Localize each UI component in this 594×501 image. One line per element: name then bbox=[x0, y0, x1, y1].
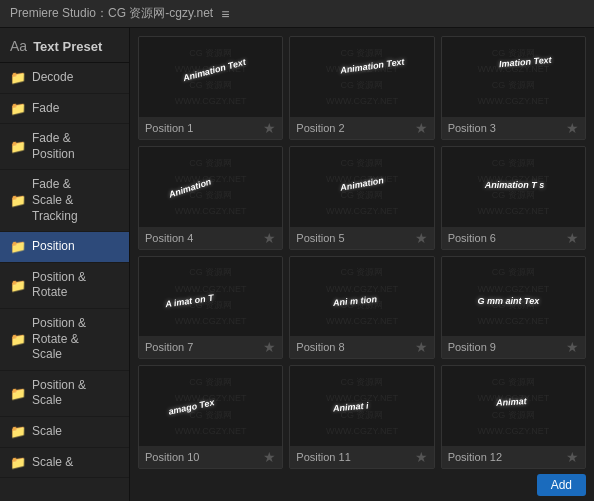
star-icon-2[interactable]: ★ bbox=[415, 120, 428, 136]
sidebar-item-decode[interactable]: 📁 Decode bbox=[0, 63, 129, 94]
sidebar-item-label: Fade bbox=[32, 101, 59, 117]
grid-item-label-8: Position 8 bbox=[296, 341, 344, 353]
star-icon-6[interactable]: ★ bbox=[566, 230, 579, 246]
anim-text-10: amago Tex bbox=[167, 398, 215, 417]
star-icon-10[interactable]: ★ bbox=[263, 449, 276, 465]
folder-icon: 📁 bbox=[10, 101, 26, 116]
grid-item-label-4: Position 4 bbox=[145, 232, 193, 244]
folder-icon: 📁 bbox=[10, 278, 26, 293]
grid-container: CG 资源网WWW.CGZY.NETCG 资源网WWW.CGZY.NET Ani… bbox=[138, 36, 586, 469]
star-icon-4[interactable]: ★ bbox=[263, 230, 276, 246]
sidebar-item-label: Position &Rotate &Scale bbox=[32, 316, 86, 363]
grid-item-1[interactable]: CG 资源网WWW.CGZY.NETCG 资源网WWW.CGZY.NET Ani… bbox=[138, 36, 283, 140]
grid-item-preview-8: CG 资源网WWW.CGZY.NETCG 资源网WWW.CGZY.NET Ani… bbox=[290, 257, 433, 337]
sidebar-item-scale-more[interactable]: 📁 Scale & bbox=[0, 448, 129, 479]
grid-item-5[interactable]: CG 资源网WWW.CGZY.NETCG 资源网WWW.CGZY.NET Ani… bbox=[289, 146, 434, 250]
grid-item-footer-4: Position 4 ★ bbox=[139, 227, 282, 249]
grid-item-label-2: Position 2 bbox=[296, 122, 344, 134]
folder-icon: 📁 bbox=[10, 70, 26, 85]
sidebar-item-fade[interactable]: 📁 Fade bbox=[0, 94, 129, 125]
grid-item-footer-12: Position 12 ★ bbox=[442, 446, 585, 468]
sidebar-item-position-scale[interactable]: 📁 Position &Scale bbox=[0, 371, 129, 417]
grid-item-label-10: Position 10 bbox=[145, 451, 199, 463]
sidebar-item-label: Position &Scale bbox=[32, 378, 86, 409]
anim-text-1: Animation Text bbox=[182, 57, 247, 83]
grid-item-footer-11: Position 11 ★ bbox=[290, 446, 433, 468]
folder-icon: 📁 bbox=[10, 239, 26, 254]
grid-item-preview-9: CG 资源网WWW.CGZY.NETCG 资源网WWW.CGZY.NET G m… bbox=[442, 257, 585, 337]
grid-item-12[interactable]: CG 资源网WWW.CGZY.NETCG 资源网WWW.CGZY.NET Ani… bbox=[441, 365, 586, 469]
sidebar-item-label: Fade &Scale &Tracking bbox=[32, 177, 78, 224]
sidebar-item-fade-position[interactable]: 📁 Fade &Position bbox=[0, 124, 129, 170]
grid-item-footer-6: Position 6 ★ bbox=[442, 227, 585, 249]
grid-item-preview-3: CG 资源网WWW.CGZY.NETCG 资源网WWW.CGZY.NET Ima… bbox=[442, 37, 585, 117]
star-icon-12[interactable]: ★ bbox=[566, 449, 579, 465]
sidebar-item-label: Scale bbox=[32, 424, 62, 440]
sidebar-item-fade-scale-tracking[interactable]: 📁 Fade &Scale &Tracking bbox=[0, 170, 129, 232]
folder-icon: 📁 bbox=[10, 193, 26, 208]
grid-item-preview-11: CG 资源网WWW.CGZY.NETCG 资源网WWW.CGZY.NET Ani… bbox=[290, 366, 433, 446]
grid-item-3[interactable]: CG 资源网WWW.CGZY.NETCG 资源网WWW.CGZY.NET Ima… bbox=[441, 36, 586, 140]
sidebar-item-position-rotate[interactable]: 📁 Position &Rotate bbox=[0, 263, 129, 309]
sidebar-item-label: Position &Rotate bbox=[32, 270, 86, 301]
grid-item-footer-1: Position 1 ★ bbox=[139, 117, 282, 139]
star-icon-1[interactable]: ★ bbox=[263, 120, 276, 136]
grid-item-label-6: Position 6 bbox=[448, 232, 496, 244]
star-icon-11[interactable]: ★ bbox=[415, 449, 428, 465]
grid-item-8[interactable]: CG 资源网WWW.CGZY.NETCG 资源网WWW.CGZY.NET Ani… bbox=[289, 256, 434, 360]
star-icon-7[interactable]: ★ bbox=[263, 339, 276, 355]
grid-item-preview-6: CG 资源网WWW.CGZY.NETCG 资源网WWW.CGZY.NET Ani… bbox=[442, 147, 585, 227]
grid-item-10[interactable]: CG 资源网WWW.CGZY.NETCG 资源网WWW.CGZY.NET ama… bbox=[138, 365, 283, 469]
grid-item-label-5: Position 5 bbox=[296, 232, 344, 244]
folder-icon: 📁 bbox=[10, 386, 26, 401]
grid-item-footer-8: Position 8 ★ bbox=[290, 336, 433, 358]
grid-item-preview-2: CG 资源网WWW.CGZY.NETCG 资源网WWW.CGZY.NET Ani… bbox=[290, 37, 433, 117]
grid-item-preview-12: CG 资源网WWW.CGZY.NETCG 资源网WWW.CGZY.NET Ani… bbox=[442, 366, 585, 446]
anim-text-4: Animation bbox=[167, 176, 212, 199]
grid-item-preview-4: CG 资源网WWW.CGZY.NETCG 资源网WWW.CGZY.NET Ani… bbox=[139, 147, 282, 227]
grid-item-footer-3: Position 3 ★ bbox=[442, 117, 585, 139]
grid-item-6[interactable]: CG 资源网WWW.CGZY.NETCG 资源网WWW.CGZY.NET Ani… bbox=[441, 146, 586, 250]
sidebar-item-scale[interactable]: 📁 Scale bbox=[0, 417, 129, 448]
grid-item-preview-10: CG 资源网WWW.CGZY.NETCG 资源网WWW.CGZY.NET ama… bbox=[139, 366, 282, 446]
top-bar: Premiere Studio：CG 资源网-cgzy.net ≡ bbox=[0, 0, 594, 28]
grid-item-2[interactable]: CG 资源网WWW.CGZY.NETCG 资源网WWW.CGZY.NET Ani… bbox=[289, 36, 434, 140]
anim-text-7: A imat on T bbox=[164, 293, 214, 310]
grid-item-label-7: Position 7 bbox=[145, 341, 193, 353]
star-icon-5[interactable]: ★ bbox=[415, 230, 428, 246]
grid-item-label-11: Position 11 bbox=[296, 451, 350, 463]
top-bar-title: Premiere Studio：CG 资源网-cgzy.net bbox=[10, 5, 213, 22]
watermark: CG 资源网WWW.CGZY.NETCG 资源网WWW.CGZY.NET bbox=[442, 45, 585, 110]
sidebar-item-position-rotate-scale[interactable]: 📁 Position &Rotate &Scale bbox=[0, 309, 129, 371]
folder-icon: 📁 bbox=[10, 455, 26, 470]
grid-item-4[interactable]: CG 资源网WWW.CGZY.NETCG 资源网WWW.CGZY.NET Ani… bbox=[138, 146, 283, 250]
sidebar-header: Aa Text Preset bbox=[0, 28, 129, 63]
anim-text-9: G mm aint Tex bbox=[477, 296, 539, 306]
grid-item-label-3: Position 3 bbox=[448, 122, 496, 134]
star-icon-8[interactable]: ★ bbox=[415, 339, 428, 355]
anim-text-3: Imation Text bbox=[499, 55, 552, 70]
grid-item-label-12: Position 12 bbox=[448, 451, 502, 463]
grid-item-footer-5: Position 5 ★ bbox=[290, 227, 433, 249]
grid-item-footer-9: Position 9 ★ bbox=[442, 336, 585, 358]
grid-item-preview-7: CG 资源网WWW.CGZY.NETCG 资源网WWW.CGZY.NET A i… bbox=[139, 257, 282, 337]
star-icon-9[interactable]: ★ bbox=[566, 339, 579, 355]
add-button[interactable]: Add bbox=[537, 474, 586, 496]
sidebar-item-label: Scale & bbox=[32, 455, 73, 471]
grid-item-footer-7: Position 7 ★ bbox=[139, 336, 282, 358]
sidebar: Aa Text Preset 📁 Decode 📁 Fade 📁 Fade &P… bbox=[0, 28, 130, 501]
main-layout: Aa Text Preset 📁 Decode 📁 Fade 📁 Fade &P… bbox=[0, 28, 594, 501]
grid-item-9[interactable]: CG 资源网WWW.CGZY.NETCG 资源网WWW.CGZY.NET G m… bbox=[441, 256, 586, 360]
star-icon-3[interactable]: ★ bbox=[566, 120, 579, 136]
sidebar-item-position[interactable]: 📁 Position bbox=[0, 232, 129, 263]
anim-text-6: Animation T s bbox=[485, 180, 545, 190]
menu-icon[interactable]: ≡ bbox=[221, 6, 229, 22]
grid-item-preview-5: CG 资源网WWW.CGZY.NETCG 资源网WWW.CGZY.NET Ani… bbox=[290, 147, 433, 227]
sidebar-items-container: 📁 Decode 📁 Fade 📁 Fade &Position 📁 Fade … bbox=[0, 63, 129, 478]
grid-item-label-1: Position 1 bbox=[145, 122, 193, 134]
anim-text-2: Animation Text bbox=[340, 56, 405, 75]
grid-item-7[interactable]: CG 资源网WWW.CGZY.NETCG 资源网WWW.CGZY.NET A i… bbox=[138, 256, 283, 360]
folder-icon: 📁 bbox=[10, 139, 26, 154]
grid-item-11[interactable]: CG 资源网WWW.CGZY.NETCG 资源网WWW.CGZY.NET Ani… bbox=[289, 365, 434, 469]
anim-text-12: Animat bbox=[496, 396, 527, 408]
